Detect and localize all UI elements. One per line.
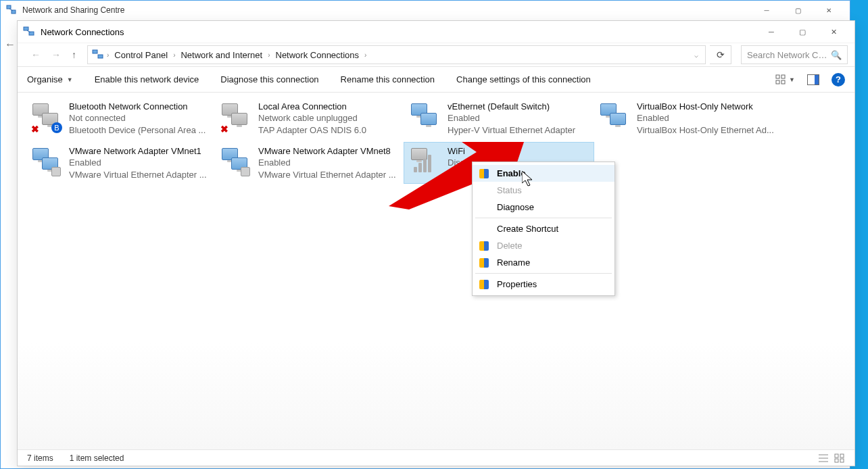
svg-rect-13 [815, 75, 819, 84]
svg-rect-20 [840, 459, 844, 462]
view-mode-button[interactable]: ▼ [775, 74, 795, 85]
maximize-button[interactable]: ▢ [782, 1, 813, 20]
context-status-label: Status [497, 185, 522, 195]
svg-rect-18 [840, 454, 844, 458]
rename-connection-button[interactable]: Rename this connection [341, 74, 435, 84]
change-settings-button[interactable]: Change settings of this connection [456, 74, 591, 84]
connection-device: Hyper-V Virtual Ethernet Adapter [448, 124, 575, 136]
minimize-button[interactable]: ─ [756, 22, 787, 42]
context-properties-label: Properties [497, 279, 537, 289]
outer-window-title: Network and Sharing Centre [22, 5, 751, 15]
caret-down-icon: ▼ [67, 76, 73, 83]
context-create-shortcut[interactable]: Create Shortcut [473, 220, 614, 237]
context-delete-label: Delete [497, 241, 523, 251]
adapter-badge-icon [51, 167, 61, 176]
context-rename-label: Rename [497, 257, 530, 268]
outer-titlebar[interactable]: Network and Sharing Centre ─ ▢ ✕ [1, 1, 850, 20]
nav-forward-icon[interactable]: → [51, 49, 61, 60]
disabled-x-icon: ✖ [220, 124, 230, 133]
svg-rect-3 [24, 27, 28, 30]
refresh-button[interactable]: ⟳ [710, 45, 731, 64]
enable-device-button[interactable]: Enable this network device [95, 74, 199, 84]
breadcrumb-sep-icon[interactable]: › [107, 51, 109, 59]
preview-pane-icon[interactable] [807, 74, 819, 85]
nav-back-icon[interactable]: ← [31, 49, 41, 60]
svg-rect-19 [835, 459, 838, 462]
network-adapter-icon [598, 101, 630, 133]
connection-device: TAP Adapter OAS NDIS 6.0 [258, 124, 366, 136]
breadcrumb-dropdown-icon[interactable]: ⌵ [694, 51, 701, 59]
context-create-shortcut-label: Create Shortcut [497, 224, 558, 234]
connections-list: ✖ B Bluetooth Network Connection Not con… [18, 93, 854, 449]
connection-name: Local Area Connection [258, 101, 366, 112]
shield-icon [479, 280, 489, 289]
connection-item[interactable]: VMware Network Adapter VMnet1 Enabled VM… [26, 143, 215, 183]
organise-label: Organise [27, 74, 63, 84]
nav-up-icon[interactable]: ↑ [72, 49, 76, 60]
maximize-button[interactable]: ▢ [787, 22, 818, 42]
connection-item[interactable]: ✖ B Bluetooth Network Connection Not con… [26, 98, 215, 139]
adapter-badge-icon [241, 167, 250, 176]
connection-device: Bluetooth Device (Personal Area ... [69, 124, 206, 136]
context-rename[interactable]: Rename [473, 254, 614, 271]
inner-titlebar[interactable]: Network Connections ─ ▢ ✕ [18, 21, 854, 43]
view-icon [775, 74, 786, 85]
search-placeholder: Search Network Con... [747, 50, 828, 60]
context-delete: Delete [473, 237, 614, 254]
context-enable[interactable]: Enable [473, 165, 614, 182]
connection-name: WiFi [448, 145, 487, 157]
connection-name: vEthernet (Default Switch) [448, 101, 575, 112]
network-adapter-icon [408, 101, 441, 133]
context-diagnose-label: Diagnose [497, 202, 534, 212]
organise-button[interactable]: Organise ▼ [27, 74, 73, 84]
context-properties[interactable]: Properties [473, 276, 614, 293]
connection-item[interactable]: ✖ Local Area Connection Network cable un… [215, 98, 404, 139]
breadcrumb-network-connections[interactable]: Network Connections [273, 49, 362, 61]
context-status: Status [473, 182, 614, 199]
connection-name: VirtualBox Host-Only Network [637, 101, 774, 112]
back-arrow-icon[interactable]: ← [5, 39, 16, 51]
svg-rect-6 [93, 50, 97, 53]
connection-device: VirtualBox Host-Only Ethernet Ad... [637, 124, 774, 136]
outer-window-controls: ─ ▢ ✕ [751, 1, 844, 20]
breadcrumb-sep-icon[interactable]: › [268, 51, 270, 59]
svg-rect-7 [98, 55, 103, 58]
connection-item[interactable]: vEthernet (Default Switch) Enabled Hyper… [404, 98, 594, 139]
connection-status: Enabled [258, 157, 396, 168]
svg-rect-10 [776, 80, 779, 84]
context-diagnose[interactable]: Diagnose [473, 199, 614, 216]
status-bar: 7 items 1 item selected [18, 449, 854, 466]
breadcrumb-sep-icon[interactable]: › [173, 51, 175, 59]
shield-icon [479, 258, 489, 268]
connection-device: VMware Virtual Ethernet Adapter ... [69, 169, 207, 180]
connection-status: Enabled [637, 112, 774, 124]
breadcrumb[interactable]: › Control Panel › Network and Internet ›… [87, 45, 706, 64]
svg-rect-11 [781, 80, 785, 84]
search-input[interactable]: Search Network Con... 🔍 [741, 45, 848, 64]
breadcrumb-control-panel[interactable]: Control Panel [112, 49, 170, 61]
breadcrumb-network-internet[interactable]: Network and Internet [178, 49, 265, 61]
status-selection-count: 1 item selected [70, 453, 124, 463]
inner-window-title: Network Connections [41, 27, 756, 37]
large-icons-view-icon[interactable] [834, 453, 845, 463]
close-button[interactable]: ✕ [818, 22, 849, 42]
close-button[interactable]: ✕ [813, 1, 844, 20]
connection-item[interactable]: VirtualBox Host-Only Network Enabled Vir… [594, 98, 783, 139]
connection-item[interactable]: VMware Network Adapter VMnet8 Enabled VM… [215, 143, 404, 183]
context-separator [475, 273, 612, 274]
diagnose-connection-button[interactable]: Diagnose this connection [220, 74, 318, 84]
status-item-count: 7 items [27, 453, 53, 463]
shield-icon [479, 169, 489, 178]
search-icon: 🔍 [831, 50, 842, 60]
caret-down-icon: ▼ [789, 76, 795, 83]
minimize-button[interactable]: ─ [751, 1, 782, 20]
help-icon[interactable]: ? [831, 73, 845, 87]
network-connections-window: Network Connections ─ ▢ ✕ ← → ↑ › Contro… [17, 20, 855, 466]
breadcrumb-sep-icon[interactable]: › [364, 51, 366, 59]
toolbar: Organise ▼ Enable this network device Di… [18, 67, 854, 93]
svg-rect-9 [781, 75, 785, 78]
svg-rect-0 [7, 5, 11, 9]
nav-arrows: ← → ↑ [24, 49, 83, 60]
details-view-icon[interactable] [818, 453, 829, 463]
connection-name: VMware Network Adapter VMnet1 [69, 145, 207, 157]
